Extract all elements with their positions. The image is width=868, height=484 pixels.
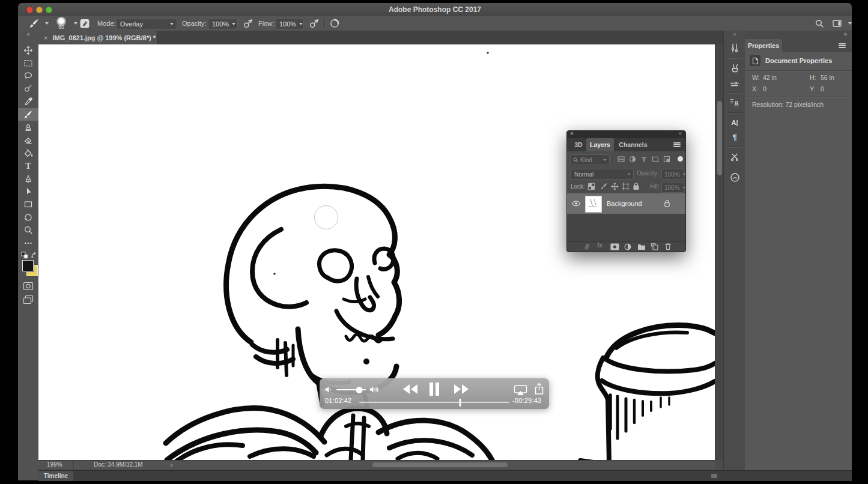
document-tab[interactable]: × IMG_0821.jpg @ 199% (RGB/8*) * — [38, 31, 158, 44]
character-panel-icon[interactable]: A| — [729, 117, 740, 128]
workspace-icon[interactable] — [832, 19, 842, 28]
share-icon[interactable] — [534, 383, 544, 395]
quick-mask-icon[interactable] — [23, 282, 34, 291]
layer-style-fx-icon[interactable]: fx — [597, 242, 602, 249]
delete-layer-icon[interactable] — [664, 243, 672, 250]
dock-collapse-icon[interactable]: » — [843, 31, 847, 37]
volume-knob[interactable] — [356, 387, 363, 393]
pressure-opacity-icon[interactable] — [243, 18, 253, 29]
brush-tool-icon[interactable] — [29, 18, 40, 29]
smoothing-icon[interactable] — [329, 18, 340, 29]
creative-cloud-icon[interactable] — [729, 172, 740, 183]
flow-select[interactable]: 100% — [275, 18, 304, 29]
path-selection-tool[interactable] — [18, 185, 38, 198]
tool-presets-panel-icon[interactable] — [729, 77, 740, 88]
tab-channels[interactable]: Channels — [616, 138, 650, 151]
rewind-button[interactable] — [401, 383, 419, 395]
vertical-scrollbar[interactable] — [715, 44, 724, 460]
clone-stamp-tool[interactable] — [18, 121, 38, 133]
layer-row-background[interactable]: Background — [567, 193, 685, 214]
lock-move-icon[interactable] — [611, 183, 619, 190]
search-icon[interactable] — [815, 19, 824, 28]
airplay-icon[interactable] — [514, 384, 527, 396]
layer-thumbnail[interactable] — [585, 196, 602, 213]
pen-tool[interactable] — [18, 172, 38, 185]
foreground-swatch[interactable] — [22, 260, 34, 271]
panel-menu-icon[interactable] — [839, 43, 846, 48]
workspace-chevron-icon[interactable] — [848, 22, 852, 25]
eyedropper-tool[interactable] — [18, 95, 38, 108]
layer-visibility-icon[interactable] — [571, 200, 581, 207]
quick-selection-tool[interactable] — [18, 82, 38, 95]
fill-select[interactable]: 100% — [661, 182, 684, 193]
tool-preset-chevron-icon[interactable] — [45, 22, 49, 25]
brush-tool[interactable] — [18, 108, 38, 121]
tab-3d[interactable]: 3D — [571, 138, 586, 151]
edit-toolbar-icon[interactable] — [18, 237, 38, 249]
progress-bar[interactable] — [359, 402, 509, 403]
timeline-tab[interactable]: Timeline — [38, 471, 73, 481]
paragraph-panel-icon[interactable]: ¶ — [729, 132, 740, 142]
paint-bucket-tool[interactable] — [18, 147, 38, 159]
lasso-tool[interactable] — [18, 70, 38, 82]
filter-shape-layer-icon[interactable] — [652, 156, 659, 163]
type-tool[interactable]: T — [18, 160, 38, 172]
filter-kind-select[interactable]: Kind — [570, 154, 610, 165]
volume-max-icon[interactable] — [369, 385, 381, 394]
lock-transparent-icon[interactable] — [587, 183, 595, 190]
layers-panel-header[interactable]: × « — [567, 131, 685, 138]
new-group-icon[interactable] — [637, 243, 646, 250]
fast-forward-button[interactable] — [452, 383, 470, 395]
filter-pixel-layer-icon[interactable] — [618, 156, 625, 163]
clone-source-panel-icon[interactable] — [729, 97, 740, 107]
status-chevron-icon[interactable]: › — [171, 461, 173, 469]
filter-adjustment-layer-icon[interactable] — [629, 156, 636, 163]
dock-expand-icon[interactable]: « — [724, 31, 745, 37]
playhead[interactable] — [459, 399, 461, 407]
add-adjustment-layer-icon[interactable] — [624, 243, 631, 250]
link-layers-icon[interactable] — [583, 243, 591, 250]
lock-all-icon[interactable] — [633, 182, 640, 190]
filter-type-layer-icon[interactable]: T — [640, 155, 648, 163]
lock-artboard-icon[interactable] — [622, 183, 630, 190]
brush-picker-chevron-icon[interactable] — [74, 22, 77, 25]
close-panel-icon[interactable]: × — [570, 130, 574, 137]
zoom-level-field[interactable]: 199% — [47, 461, 62, 469]
toggle-brush-panel-icon[interactable] — [79, 18, 90, 29]
screen-mode-icon[interactable] — [23, 295, 34, 304]
volume-slider[interactable] — [336, 389, 366, 390]
airbrush-icon[interactable] — [309, 18, 320, 29]
move-tool[interactable] — [18, 44, 38, 56]
brush-settings-panel-icon[interactable] — [729, 43, 740, 53]
filter-toggle-icon[interactable] — [678, 156, 683, 162]
filter-smart-object-icon[interactable] — [663, 156, 670, 163]
pause-button[interactable] — [428, 383, 440, 396]
mode-select[interactable]: Overlay — [116, 18, 177, 29]
app-window: Adobe Photoshop CC 2017 60 Mode: Overlay… — [18, 3, 852, 480]
add-layer-mask-icon[interactable] — [610, 243, 619, 250]
blend-mode-select[interactable]: Normal — [570, 169, 634, 180]
horizontal-scrollbar-thumb[interactable] — [372, 462, 508, 467]
panel-menu-icon[interactable] — [673, 142, 681, 147]
volume-mute-icon[interactable] — [324, 385, 334, 394]
lock-paint-icon[interactable] — [600, 183, 608, 190]
eraser-tool[interactable] — [18, 134, 38, 147]
timeline-panel-menu-icon[interactable] — [711, 474, 717, 478]
rectangular-marquee-tool[interactable] — [18, 56, 38, 69]
properties-tab[interactable]: Properties — [745, 39, 782, 52]
close-tab-icon[interactable]: × — [44, 34, 47, 41]
new-layer-icon[interactable] — [651, 243, 658, 250]
rectangle-tool[interactable] — [18, 198, 38, 211]
tab-layers[interactable]: Layers — [586, 138, 614, 151]
toolbar-collapse-icon[interactable]: » — [18, 31, 38, 37]
tools-panel-icon[interactable] — [729, 151, 740, 162]
brushes-panel-icon[interactable] — [729, 62, 740, 73]
collapse-panel-icon[interactable]: « — [679, 130, 682, 136]
vertical-scrollbar-thumb[interactable] — [717, 101, 722, 175]
layer-opacity-select[interactable]: 100% — [661, 169, 684, 180]
rotate-view-tool[interactable] — [18, 211, 38, 223]
opacity-select[interactable]: 100% — [208, 18, 238, 29]
default-colors-icon[interactable] — [21, 252, 29, 259]
zoom-tool[interactable] — [18, 223, 38, 236]
swap-colors-icon[interactable] — [30, 252, 37, 259]
